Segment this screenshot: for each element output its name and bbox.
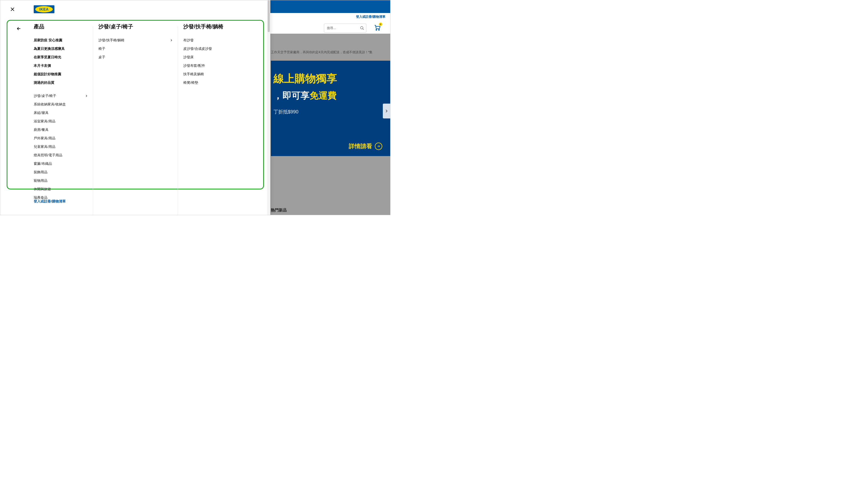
back-button[interactable] <box>14 24 23 33</box>
menu-item[interactable]: 本月卡友價 <box>34 62 88 70</box>
bg-search[interactable]: 搜尋... <box>324 24 366 33</box>
bg-login-link[interactable]: 登入或註冊/購物清單 <box>356 14 385 19</box>
menu-item[interactable]: 沙發/扶手椅/躺椅 <box>98 36 173 44</box>
col3-title: 沙發/扶手椅/躺椅 <box>183 23 255 30</box>
menu-item[interactable]: 廚房/餐具 <box>34 126 88 134</box>
app-window: 登入或註冊/購物清單 搜尋... 0 工作天交予宜家廠商，再與你約定4天內完成配… <box>0 0 391 215</box>
menu-item[interactable]: 測過的好品質 <box>34 78 88 87</box>
menu-item[interactable]: 休閒與旅遊 <box>34 185 88 194</box>
scrollbar[interactable] <box>267 0 270 215</box>
menu-item[interactable]: 窗簾/布織品 <box>34 160 88 168</box>
menu-item[interactable]: 布沙發 <box>183 36 255 44</box>
menu-item[interactable]: 兒童家具/用品 <box>34 142 88 151</box>
menu-item[interactable]: 超值設計好物推薦 <box>34 70 88 78</box>
arrow-right-icon <box>375 142 382 150</box>
menu-item[interactable]: 沙發床 <box>183 53 255 62</box>
hero-line2: ，即可享免運費 <box>274 90 382 102</box>
menu-item[interactable]: 燈具照明/電子用品 <box>34 151 88 160</box>
menu-item[interactable]: 皮沙發/合成皮沙發 <box>183 44 255 53</box>
mega-menu-panel: IKEA 產品 居家防疫 安心推薦為夏日更換涼感寢具在家享受夏日時光本月卡友價超… <box>0 0 270 215</box>
chevron-right-icon <box>170 39 173 42</box>
hero-cta[interactable]: 詳情請看 <box>349 142 382 150</box>
menu-item[interactable]: 裝飾用品 <box>34 168 88 176</box>
menu-item[interactable]: 浴室家具/用品 <box>34 117 88 126</box>
menu-item[interactable]: 沙發/桌子/椅子 <box>34 92 88 100</box>
hero-banner[interactable]: 線上購物獨享 ，即可享免運費 丁折抵$990 詳情請看 <box>271 61 390 156</box>
menu-item[interactable]: 沙發布套/配件 <box>183 62 255 70</box>
svg-point-2 <box>376 29 377 30</box>
carousel-next-button[interactable] <box>383 104 390 118</box>
menu-column-3: 沙發/扶手椅/躺椅 布沙發皮沙發/合成皮沙發沙發床沙發布套/配件扶手椅及躺椅椅凳… <box>178 23 260 202</box>
hero-line1: 線上購物獨享 <box>274 71 382 86</box>
col1-title: 產品 <box>34 23 88 30</box>
menu-item[interactable]: 戶外家具/用品 <box>34 134 88 142</box>
menu-item[interactable]: 桌子 <box>98 53 173 62</box>
search-icon[interactable] <box>360 26 364 30</box>
menu-bottom-login-link[interactable]: 登入或註冊/購物清單 <box>34 199 66 204</box>
svg-line-1 <box>363 29 364 30</box>
ikea-logo[interactable]: IKEA <box>34 5 54 13</box>
hero-line3: 丁折抵$990 <box>274 109 382 115</box>
cart-badge: 0 <box>379 23 382 26</box>
col2-title: 沙發/桌子/椅子 <box>98 23 173 30</box>
svg-point-3 <box>378 29 379 30</box>
menu-item[interactable]: 系統收納家具/收納盒 <box>34 100 88 109</box>
menu-header: IKEA <box>0 0 270 14</box>
cart-button[interactable]: 0 <box>374 24 381 31</box>
menu-item[interactable]: 居家防疫 安心推薦 <box>34 36 88 44</box>
search-placeholder: 搜尋... <box>327 26 336 31</box>
menu-item[interactable]: 寵物用品 <box>34 176 88 185</box>
menu-item[interactable]: 椅凳/椅墊 <box>183 78 255 87</box>
svg-point-0 <box>361 27 363 29</box>
menu-column-1: 產品 居家防疫 安心推薦為夏日更換涼感寢具在家享受夏日時光本月卡友價超值設計好物… <box>11 23 93 202</box>
menu-item[interactable]: 在家享受夏日時光 <box>34 53 88 62</box>
menu-item[interactable]: 為夏日更換涼感寢具 <box>34 44 88 53</box>
menu-item[interactable]: 扶手椅及躺椅 <box>183 70 255 78</box>
close-button[interactable] <box>7 4 18 14</box>
bg-section-heading: 熱門新品 <box>271 208 287 213</box>
menu-item[interactable]: 床組/寢具 <box>34 109 88 117</box>
menu-item[interactable]: 椅子 <box>98 44 173 53</box>
chevron-right-icon <box>85 95 88 97</box>
menu-column-2: 沙發/桌子/椅子 沙發/扶手椅/躺椅椅子桌子 <box>93 23 178 202</box>
bg-notice-text: 工作天交予宜家廠商，再與你約定4天內完成配送，造成不便請見諒！*集 <box>271 50 385 55</box>
logo-text: IKEA <box>35 6 53 12</box>
menu-columns: 產品 居家防疫 安心推薦為夏日更換涼感寢具在家享受夏日時光本月卡友價超值設計好物… <box>11 23 265 202</box>
